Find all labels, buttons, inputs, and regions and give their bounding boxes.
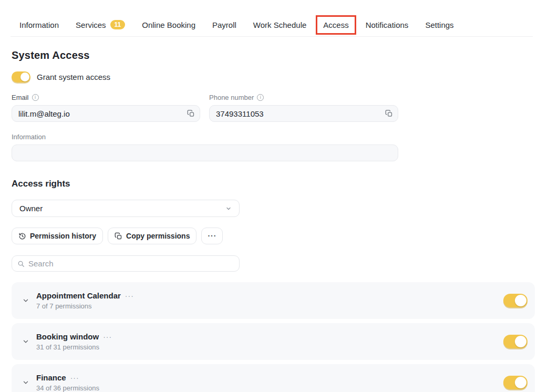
permission-group-row-appointment-calendar: Appointment Calendar ··· 7 of 7 permissi… xyxy=(12,282,535,319)
group-more-icon[interactable]: ··· xyxy=(103,334,112,339)
expand-chevron-icon[interactable] xyxy=(22,338,29,345)
search-icon xyxy=(17,260,25,267)
info-icon: i xyxy=(32,94,39,101)
group-title: Appointment Calendar xyxy=(36,291,121,300)
tab-information[interactable]: Information xyxy=(18,15,60,35)
permission-history-button[interactable]: Permission history xyxy=(12,228,103,244)
tab-online-booking[interactable]: Online Booking xyxy=(140,15,197,35)
page-title: System Access xyxy=(12,49,538,61)
copy-icon xyxy=(385,110,393,118)
toggle-knob xyxy=(515,295,526,306)
permission-group-row-finance: Finance ··· 34 of 36 permissions xyxy=(12,364,535,392)
phone-field-group: Phone number i xyxy=(209,94,398,122)
more-options-button[interactable]: ··· xyxy=(201,228,223,244)
phone-field[interactable] xyxy=(210,106,398,121)
tab-access[interactable]: Access xyxy=(316,15,356,35)
group-title: Booking window xyxy=(36,332,99,341)
expand-chevron-icon[interactable] xyxy=(22,297,29,304)
tab-payroll[interactable]: Payroll xyxy=(211,15,238,35)
role-select[interactable]: Owner xyxy=(12,200,240,217)
phone-label: Phone number i xyxy=(209,94,398,101)
copy-phone-button[interactable] xyxy=(385,110,393,118)
tab-services[interactable]: Services 11 xyxy=(74,15,127,35)
services-count-badge: 11 xyxy=(110,20,126,29)
access-rights-title: Access rights xyxy=(12,179,538,189)
tab-work-schedule[interactable]: Work Schedule xyxy=(252,15,308,35)
permission-groups-list: Appointment Calendar ··· 7 of 7 permissi… xyxy=(12,282,535,392)
group-more-icon[interactable]: ··· xyxy=(125,293,134,298)
group-toggle[interactable] xyxy=(503,335,527,348)
history-icon xyxy=(18,232,26,240)
group-title: Finance xyxy=(36,373,66,382)
tab-settings[interactable]: Settings xyxy=(423,15,455,35)
search-input[interactable] xyxy=(28,259,234,268)
grant-system-access-label: Grant system access xyxy=(37,73,110,81)
info-icon: i xyxy=(257,94,264,101)
email-field[interactable] xyxy=(12,106,200,121)
group-toggle[interactable] xyxy=(503,294,527,307)
chevron-down-icon xyxy=(225,205,232,212)
copy-permissions-button[interactable]: Copy permissions xyxy=(108,228,196,244)
group-summary: 34 of 36 permissions xyxy=(36,384,503,392)
information-field[interactable] xyxy=(12,145,398,161)
group-more-icon[interactable]: ··· xyxy=(70,375,79,380)
tab-notifications[interactable]: Notifications xyxy=(364,15,410,35)
copy-icon xyxy=(115,232,122,240)
group-summary: 31 of 31 permissions xyxy=(36,343,503,351)
grant-system-access-toggle[interactable] xyxy=(12,71,30,82)
toggle-knob xyxy=(515,377,526,388)
toggle-knob xyxy=(20,73,29,81)
email-label: Email i xyxy=(12,94,200,101)
copy-icon xyxy=(187,110,195,118)
permission-group-row-booking-window: Booking window ··· 31 of 31 permissions xyxy=(12,323,535,360)
search-box xyxy=(12,255,240,272)
ellipsis-icon: ··· xyxy=(208,232,216,240)
role-select-value: Owner xyxy=(19,204,43,213)
information-label: Information xyxy=(12,133,538,141)
email-field-group: Email i xyxy=(12,94,200,122)
copy-email-button[interactable] xyxy=(187,110,195,118)
expand-chevron-icon[interactable] xyxy=(22,379,29,386)
tab-bar: Information Services 11 Online Booking P… xyxy=(0,0,538,35)
group-summary: 7 of 7 permissions xyxy=(36,302,503,310)
group-toggle[interactable] xyxy=(503,376,527,389)
toggle-knob xyxy=(515,336,526,347)
